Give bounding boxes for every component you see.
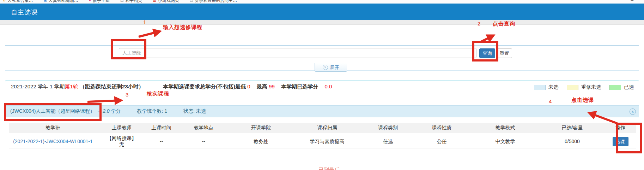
arrow-step2 (481, 36, 493, 42)
semester-round: 第1轮 (65, 83, 78, 89)
collapse-icon[interactable]: ∧ (630, 109, 636, 115)
teacher-tag: 【网络授课】 (97, 135, 146, 141)
credit-requirement-label: 本学期选课要求总学分(不包括)最低 (163, 83, 246, 89)
annotation-step1-number: 1 (143, 19, 146, 25)
page-title: 自主选课 (11, 8, 38, 17)
teacher-cell: 【网络授课】 无 (97, 134, 146, 148)
capacity-cell: 0/5000 (540, 134, 605, 148)
col-nature: 课程性质 (413, 123, 471, 134)
col-time: 上课时间 (146, 123, 176, 134)
annotation-step3-number: 3 (126, 92, 128, 98)
header-substrip (0, 20, 644, 25)
credit-min-value: 0 (247, 83, 250, 89)
credit-max-value: 99 (269, 83, 275, 89)
bookmark-label: 新手全部 (93, 0, 110, 4)
status-legend: 未选 重修未选 已选 (534, 84, 634, 90)
table-row: (2021-2022-1)-JWCX004-WL0001-1 【网络授课】 无 … (9, 134, 636, 148)
retake-swatch (567, 85, 578, 90)
course-header-bar[interactable]: (JWCX004)人工智能（超星网络课程） － 2.0 学分 教学班个数: 1 … (5, 105, 639, 117)
bookmark-label: 天翼智能高清… (49, 0, 78, 4)
expand-toggle[interactable]: ∨ 展开 (315, 63, 347, 72)
annotation-step2-number: 2 (478, 20, 480, 27)
browser-bookmarks-bar: ✿大礼盒合集… ▣天翼智能高清… ●新手全部 ▤和平精英 ▦小游戏网页 ▤赛事和… (0, 0, 644, 4)
time-cell: -- (146, 134, 176, 148)
course-status: 状态: 未选 (183, 108, 206, 115)
course-search-input[interactable] (119, 48, 476, 58)
col-teacher: 上课教师 (97, 123, 146, 134)
flower-icon: ✿ (3, 0, 6, 2)
course-selection-page: ✿大礼盒合集… ▣天翼智能高清… ●新手全部 ▤和平精英 ▦小游戏网页 ▤赛事和… (0, 0, 644, 170)
col-mode: 教学模式 (471, 123, 540, 134)
arrow-step1 (139, 31, 159, 37)
search-panel: 查询 重置 (5, 45, 639, 63)
class-sections-table: 教学班 上课教师 上课时间 教学地点 开课学院 课程归属 课程类别 课程性质 教… (9, 123, 636, 148)
legend-item-selected: 已选 (609, 84, 634, 90)
semester-term: 2021-2022 学年 1 学期 (11, 83, 65, 89)
course-credit: 2.0 (103, 108, 109, 114)
annotation-step1-text: 输入想选修课程 (163, 24, 202, 31)
end-of-list-text: 已到最后 (318, 167, 340, 170)
query-button[interactable]: 查询 (479, 48, 495, 58)
bookmark-label: 大礼盒合集… (7, 0, 33, 4)
attribution-cell: 学习与素质提高 (291, 134, 363, 148)
bookmark-label: 和平精英 (125, 0, 142, 4)
reset-button[interactable]: 重置 (497, 48, 512, 58)
col-place: 教学地点 (176, 123, 231, 134)
red-badge-icon: ▦ (153, 0, 156, 2)
bookmark-item[interactable]: ▣天翼智能高清… (43, 0, 78, 4)
teacher-name: 无 (97, 141, 146, 147)
legend-item-retake: 重修未选 (567, 84, 601, 90)
credit-max-label: 最高 (257, 83, 267, 89)
annotation-step4-text: 点击选课 (571, 97, 594, 104)
selected-swatch (609, 85, 621, 90)
selected-credits-value: 0.0 (325, 83, 332, 89)
bookmark-item[interactable]: ▤和平精英 (120, 0, 142, 4)
selection-countdown: （距选课结束还剩23小时） (80, 83, 144, 89)
page-icon: ▤ (120, 0, 123, 2)
semester-info: 2021-2022 学年 1 学期第1轮 （距选课结束还剩23小时） 本学期选课… (11, 83, 332, 90)
course-class-count: 教学班个数: 1 (137, 108, 167, 115)
app-header: 自主选课 (0, 4, 644, 20)
annotation-step2-text: 点击查询 (493, 20, 515, 27)
select-course-button[interactable]: 选课 (613, 137, 628, 146)
unselected-swatch (534, 85, 546, 90)
bookmark-label: 赛事和直播的房间主… (195, 0, 237, 4)
bookmark-label: 小游戏网页 (158, 0, 179, 4)
mode-cell: 中文教学 (471, 134, 540, 148)
page-icon: ▤ (190, 0, 193, 2)
col-teaching-class: 教学班 (9, 123, 97, 134)
bookmark-item[interactable]: ▤赛事和直播的房间主… (190, 0, 237, 4)
annotation-step3-text: 核实课程 (147, 90, 169, 97)
bookmark-item[interactable]: ▦小游戏网页 (153, 0, 179, 4)
col-attribution: 课程归属 (291, 123, 363, 134)
dot-icon: ● (89, 0, 91, 2)
app-icon: ▣ (43, 0, 47, 2)
legend-item-unselected: 未选 (534, 84, 558, 90)
bookmark-item[interactable]: ✿大礼盒合集… (3, 0, 33, 4)
col-action: 操作 (605, 123, 636, 134)
chevron-down-icon: ∨ (323, 65, 328, 70)
bookmarks-overflow[interactable]: ▣ ⋯ (631, 0, 640, 2)
bookmark-item[interactable]: ●新手全部 (89, 0, 110, 4)
col-capacity: 已选/容量 (540, 123, 605, 134)
college-cell: 教务处 (231, 134, 291, 148)
category-cell: 任选 (363, 134, 413, 148)
table-header-row: 教学班 上课教师 上课时间 教学地点 开课学院 课程归属 课程类别 课程性质 教… (9, 123, 636, 134)
col-college: 开课学院 (231, 123, 291, 134)
place-cell: -- (176, 134, 231, 148)
col-category: 课程类别 (363, 123, 413, 134)
expand-label: 展开 (330, 64, 339, 71)
nature-cell: 公任 (413, 134, 471, 148)
annotation-step4-number: 4 (549, 98, 552, 104)
class-code-link[interactable]: (2021-2022-1)-JWCX004-WL0001-1 (13, 139, 93, 144)
selected-credits-label: 本学期已选学分 (281, 83, 318, 89)
course-title: (JWCX004)人工智能（超星网络课程） － 2.0 学分 (10, 108, 121, 115)
results-panel: 2021-2022 学年 1 学期第1轮 （距选课结束还剩23小时） 本学期选课… (5, 80, 639, 170)
bookmarks-icon: ▣ (631, 0, 634, 1)
